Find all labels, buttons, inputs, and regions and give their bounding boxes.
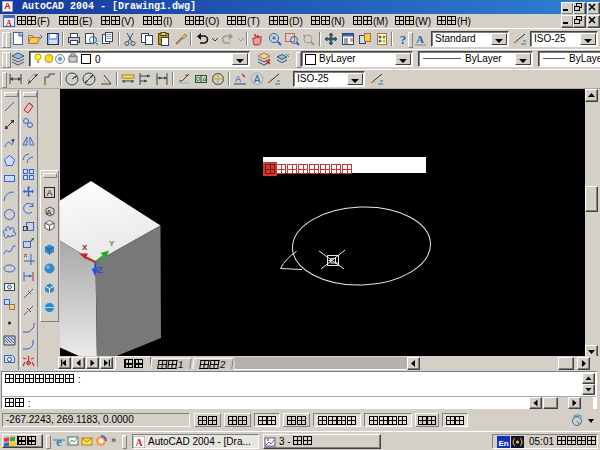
svg-text:A: A	[135, 437, 143, 448]
svg-text:?: ?	[400, 32, 407, 47]
svg-text:Z: Z	[97, 265, 103, 275]
svg-text:e: e	[56, 434, 62, 448]
svg-text:En: En	[498, 438, 508, 447]
svg-text:Y: Y	[109, 239, 115, 248]
svg-text:A: A	[254, 74, 261, 85]
svg-text:A: A	[46, 188, 52, 198]
svg-text:0: 0	[95, 54, 101, 65]
svg-text:A: A	[235, 74, 241, 84]
svg-text:A: A	[416, 33, 424, 45]
svg-text:X: X	[82, 243, 88, 252]
svg-text:A: A	[46, 208, 52, 217]
